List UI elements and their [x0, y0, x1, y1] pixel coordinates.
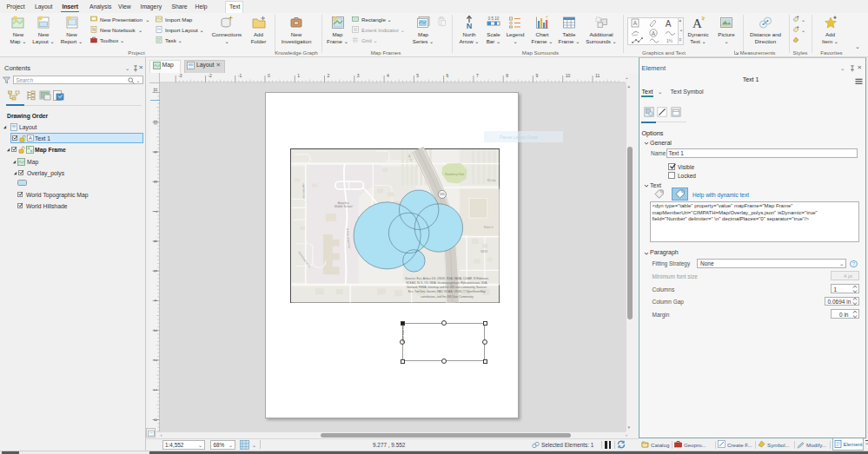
svg-text:NW 94th Ave: NW 94th Ave [301, 183, 306, 199]
svg-text:Rebin Jr: Rebin Jr [483, 225, 493, 228]
svg-text:7: 7 [402, 341, 404, 345]
svg-text:3: 3 [153, 329, 157, 332]
svg-text:Geoland, FEMA, Intermap and th: Geoland, FEMA, Intermap and the GIS user… [406, 286, 487, 289]
svg-text:N: N [92, 27, 96, 32]
svg-text:W Lake: W Lake [487, 178, 495, 181]
svg-text:A: A [652, 30, 656, 36]
svg-text:0: 0 [153, 418, 157, 421]
svg-text:1: 1 [153, 388, 157, 391]
svg-text:8: 8 [153, 180, 157, 182]
svg-text:595: 595 [440, 193, 445, 196]
svg-text:contributors, and the GIS User: contributors, and the GIS User Community [421, 294, 474, 298]
svg-text:N: N [467, 22, 473, 30]
svg-text:7: 7 [153, 210, 157, 213]
svg-text:SW58: SW58 [480, 249, 487, 253]
svg-text:4: 4 [153, 299, 157, 302]
svg-text:Angelina: Angelina [337, 201, 348, 204]
svg-text:1½: 1½ [666, 38, 673, 43]
svg-text:6: 6 [153, 240, 157, 242]
svg-text:Sources: Esri, Airbus DS, USGS: Sources: Esri, Airbus DS, USGS, NGA, NAS… [405, 276, 489, 280]
svg-text:5: 5 [153, 269, 157, 272]
svg-text:A: A [633, 20, 638, 26]
svg-text:10: 10 [153, 120, 157, 125]
svg-text:2: 2 [153, 359, 157, 361]
svg-text:Middle School: Middle School [334, 205, 352, 208]
svg-text:A: A [666, 19, 672, 29]
svg-text:A: A [28, 135, 31, 141]
svg-text:Roseberry Park: Roseberry Park [445, 173, 464, 176]
svg-text:NCEAS, NLS, OS, NMA, Geodatast: NCEAS, NLS, OS, NMA, Geodatastyrelsen, R… [406, 280, 487, 284]
svg-text:0 5 10: 0 5 10 [488, 16, 500, 21]
svg-text:9: 9 [153, 150, 157, 153]
svg-text:Esri, TomTom, Garmin, FAO, NOA: Esri, TomTom, Garmin, FAO, NOAA, USGS, ©… [407, 290, 485, 293]
svg-text:11: 11 [153, 88, 157, 92]
svg-text:A: A [692, 16, 702, 30]
